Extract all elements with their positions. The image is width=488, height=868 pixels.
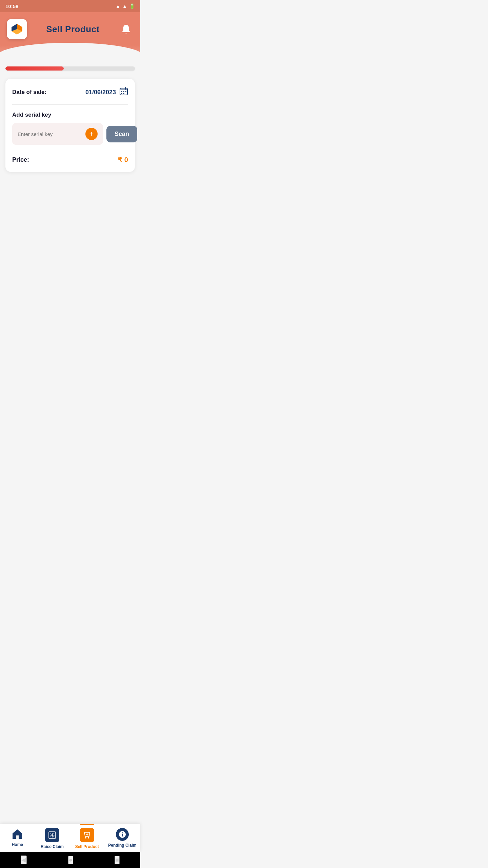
svg-rect-7 bbox=[121, 91, 122, 92]
date-label: Date of sale: bbox=[12, 89, 46, 96]
price-value: ₹ 0 bbox=[118, 156, 128, 164]
serial-key-input[interactable] bbox=[18, 131, 82, 137]
price-row: Price: ₹ 0 bbox=[12, 156, 128, 164]
scan-button[interactable]: Scan bbox=[106, 126, 137, 142]
date-row: Date of sale: 01/06/2023 bbox=[12, 87, 128, 105]
status-bar: 10:58 ▲ ▲ 🔋 bbox=[0, 0, 140, 12]
header: Sell Product bbox=[0, 12, 140, 60]
price-label: Price: bbox=[12, 156, 29, 163]
battery-icon: 🔋 bbox=[129, 3, 135, 9]
status-icons: ▲ ▲ 🔋 bbox=[116, 3, 135, 9]
calendar-icon[interactable] bbox=[119, 87, 128, 98]
serial-input-wrapper: + bbox=[12, 123, 103, 145]
form-card: Date of sale: 01/06/2023 bbox=[5, 79, 135, 172]
serial-key-input-row: + Scan bbox=[12, 123, 128, 145]
date-value-container[interactable]: 01/06/2023 bbox=[85, 87, 128, 98]
progress-bar bbox=[5, 66, 135, 71]
notification-button[interactable] bbox=[119, 22, 134, 37]
svg-rect-11 bbox=[123, 93, 124, 94]
svg-rect-8 bbox=[123, 91, 124, 92]
svg-rect-10 bbox=[121, 93, 122, 94]
app-logo bbox=[7, 19, 27, 39]
add-serial-button[interactable]: + bbox=[85, 128, 98, 140]
serial-key-label: Add serial key bbox=[12, 112, 128, 118]
main-content: Date of sale: 01/06/2023 bbox=[0, 60, 140, 179]
signal-icon: ▲ bbox=[122, 3, 127, 9]
date-value: 01/06/2023 bbox=[85, 89, 116, 96]
plus-icon: + bbox=[89, 130, 94, 138]
wifi-icon: ▲ bbox=[116, 3, 120, 9]
progress-fill bbox=[5, 66, 64, 71]
svg-rect-9 bbox=[125, 91, 126, 92]
header-content: Sell Product bbox=[7, 19, 134, 39]
status-time: 10:58 bbox=[5, 3, 18, 9]
page-title: Sell Product bbox=[46, 24, 100, 35]
